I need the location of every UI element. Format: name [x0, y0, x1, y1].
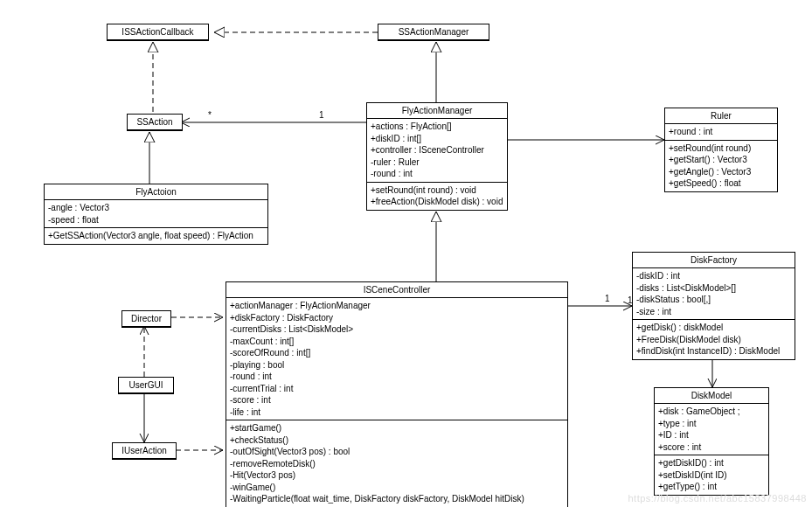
class-iuseraction: IUserAction: [112, 442, 177, 460]
attr-row: -maxCount : int[]: [230, 336, 564, 348]
attr-row: -currentTrial : int: [230, 383, 564, 395]
attr-row: -playing : bool: [230, 359, 564, 372]
attr-row: -round : int: [371, 168, 503, 180]
op-row: +getStart() : Vector3: [669, 154, 774, 166]
class-attrs: +actions : FlyAction[] +diskID : int[] +…: [367, 119, 507, 183]
attr-row: -currentDisks : List<DiskModel>: [230, 323, 564, 336]
attr-row: -speed : float: [48, 214, 264, 226]
attr-row: +diskFactory : DiskFactory: [230, 312, 564, 324]
attr-row: +actionManager : FlyActionManager: [230, 300, 564, 312]
class-attrs: -angle : Vector3 -speed : float: [45, 200, 267, 228]
op-row: +setRound(int round) : void: [371, 184, 503, 197]
class-issactioncallback: ISSActionCallback: [107, 24, 209, 41]
class-attrs: +actionManager : FlyActionManager +diskF…: [226, 298, 567, 420]
class-ssactionmanager: SSActionManager: [378, 24, 489, 41]
multiplicity-one: 1: [319, 110, 324, 120]
class-attrs: +round : int: [665, 124, 777, 141]
class-attrs: -diskID : int -disks : List<DiskModel>[]…: [633, 268, 795, 320]
class-ops: +getDiskID() : int +setDiskID(int ID) +g…: [655, 455, 768, 495]
class-title: ISCeneController: [226, 282, 567, 298]
class-director: Director: [121, 310, 171, 328]
class-title: UserGUI: [119, 378, 173, 393]
op-row: +getSpeed() : float: [669, 177, 774, 190]
attr-row: -score : int: [230, 394, 564, 406]
class-ssaction: SSAction: [127, 114, 183, 131]
attr-row: -ruler : Ruler: [371, 156, 503, 169]
class-iscenecontroller: ISCeneController +actionManager : FlyAct…: [226, 281, 568, 507]
attr-row: -round : int: [230, 371, 564, 383]
class-title: SSAction: [128, 115, 182, 130]
op-row: +setDiskID(int ID): [658, 469, 765, 482]
class-ops: +getDisk() : diskModel +FreeDisk(DiskMod…: [633, 320, 795, 359]
multiplicity-star: *: [208, 110, 212, 120]
attr-row: -life : int: [230, 406, 564, 419]
class-title: FlyActionManager: [367, 103, 507, 119]
op-row: +freeAction(DiskModel disk) : void: [371, 196, 503, 208]
class-ops: +setRound(int round) : void +freeAction(…: [367, 183, 507, 210]
class-ops: +GetSSAction(Vector3 angle, float speed)…: [45, 228, 267, 244]
class-title: FlyActoion: [45, 184, 267, 200]
attr-row: +disk : GameObject ;: [658, 406, 765, 418]
attr-row: -scoreOfRound : int[]: [230, 347, 564, 359]
op-row: +getDisk() : diskModel: [636, 322, 791, 334]
op-row: +setRound(int round): [669, 142, 774, 155]
op-row: -winGame(): [230, 482, 564, 494]
op-row: +checkStatus(): [230, 434, 564, 447]
op-row: -WaitingParticle(float wait_time, DiskFa…: [230, 493, 564, 505]
attr-row: +diskID : int[]: [371, 133, 503, 145]
attr-row: +actions : FlyAction[]: [371, 121, 503, 133]
op-row: +FreeDisk(DiskModel disk): [636, 334, 791, 346]
class-diskmodel: DiskModel +disk : GameObject ; +type : i…: [654, 387, 769, 496]
attr-row: -angle : Vector3: [48, 202, 264, 214]
op-row: +startGame(): [230, 422, 564, 434]
op-row: -removeRemoteDisk(): [230, 458, 564, 470]
op-row: +GetSSAction(Vector3 angle, float speed)…: [48, 230, 264, 242]
class-title: ISSActionCallback: [108, 24, 208, 40]
watermark-text: https://blog.csdn.net/abc15837998448: [628, 493, 807, 504]
class-title: DiskFactory: [633, 253, 795, 268]
class-title: SSActionManager: [378, 24, 489, 40]
class-title: IUserAction: [113, 443, 176, 459]
class-title: Director: [122, 311, 170, 327]
class-title: Ruler: [665, 108, 777, 124]
attr-row: -diskID : int: [636, 270, 791, 282]
attr-row: -size : int: [636, 306, 791, 318]
class-flyactoion: FlyActoion -angle : Vector3 -speed : flo…: [44, 184, 268, 245]
attr-row: -diskStatus : bool[,]: [636, 294, 791, 306]
op-row: +getType() : int: [658, 481, 765, 493]
class-ops: +startGame() +checkStatus() -outOfSight(…: [226, 420, 567, 507]
class-ruler: Ruler +round : int +setRound(int round) …: [664, 108, 778, 192]
class-title: DiskModel: [655, 388, 768, 404]
attr-row: +score : int: [658, 441, 765, 454]
op-row: +findDisk(int InstanceID) : DiskModel: [636, 345, 791, 358]
class-flyactionmanager: FlyActionManager +actions : FlyAction[] …: [366, 102, 508, 211]
attr-row: +round : int: [669, 126, 774, 138]
class-usergui: UserGUI: [118, 377, 174, 394]
class-diskfactory: DiskFactory -diskID : int -disks : List<…: [632, 252, 795, 360]
class-attrs: +disk : GameObject ; +type : int +ID : i…: [655, 404, 768, 455]
attr-row: +ID : int: [658, 429, 765, 441]
op-row: +getDiskID() : int: [658, 457, 765, 469]
attr-row: -disks : List<DiskModel>[]: [636, 282, 791, 295]
op-row: +getAngle() : Vector3: [669, 166, 774, 178]
op-row: -Hit(Vector3 pos): [230, 469, 564, 482]
attr-row: +controller : ISceneController: [371, 144, 503, 156]
class-ops: +setRound(int round) +getStart() : Vecto…: [665, 141, 777, 191]
op-row: -outOfSight(Vector3 pos) : bool: [230, 446, 564, 458]
multiplicity-one: 1: [605, 294, 610, 303]
attr-row: +type : int: [658, 418, 765, 430]
